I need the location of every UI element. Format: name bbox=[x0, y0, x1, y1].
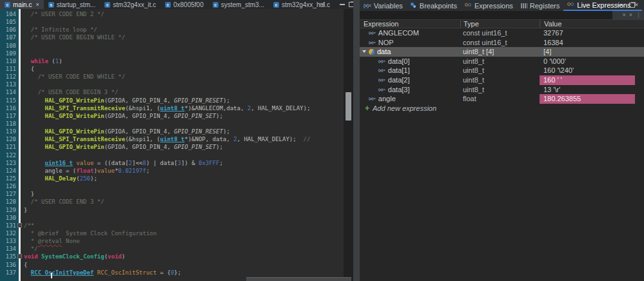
type-cell: const uint16_t bbox=[460, 38, 540, 48]
expression-name: NOP bbox=[378, 38, 394, 48]
panel-tab-expressions[interactable]: Expressions bbox=[461, 0, 517, 11]
fold-marker-icon[interactable]: – bbox=[17, 223, 22, 228]
editor-tab-stm32g4xx-it-c[interactable]: cstm32g4xx_it.c bbox=[100, 0, 161, 9]
code-line: 125 HAL_Delay(250); bbox=[0, 175, 344, 182]
line-number: 136 bbox=[0, 261, 16, 269]
expression-cell: (x)=angle bbox=[360, 94, 460, 104]
editor-tab-main-c[interactable]: cmain.c× bbox=[0, 0, 44, 9]
type-cell: uint8_t bbox=[460, 75, 540, 85]
minimize-icon[interactable] bbox=[618, 5, 623, 6]
value-cell: 160 '\240' bbox=[540, 66, 635, 75]
line-number: 118 bbox=[0, 120, 16, 128]
code-text: RCC_OscInitTypeDef RCC_OscInitStruct = {… bbox=[24, 269, 181, 276]
watch-expression-icon: (x)= bbox=[369, 38, 376, 48]
add-expression-row[interactable]: +Add new expression bbox=[360, 104, 644, 113]
live-expressions-panel: (x)=VariablesBreakpointsExpressionsRegis… bbox=[360, 0, 644, 281]
live-expressions-icon bbox=[567, 3, 574, 7]
expression-name: data[2] bbox=[388, 75, 410, 85]
code-line: 117 HAL_GPIO_WritePin(GPIOA, GPIO_PIN_4,… bbox=[0, 112, 344, 120]
table-header: Expression Type Value bbox=[360, 19, 644, 28]
editor-horizontal-scrollbar[interactable] bbox=[246, 277, 351, 281]
code-line: 120 HAL_SPI_TransmitReceive(&hspi1, (uin… bbox=[0, 135, 344, 143]
expression-cell: (x)=data[1] bbox=[360, 66, 460, 75]
text-caret bbox=[51, 273, 52, 278]
column-header-type[interactable]: Type bbox=[460, 20, 540, 28]
value-cell: 16384 bbox=[540, 38, 635, 48]
remove-expression-icon[interactable]: × bbox=[622, 11, 625, 19]
minimize-icon[interactable] bbox=[340, 4, 345, 5]
table-row[interactable]: (x)=data[0]uint8_t0 '\000' bbox=[360, 57, 644, 66]
tab-overflow-indicator[interactable]: »4 bbox=[318, 1, 325, 7]
editor-tab-0x8005f00[interactable]: c0x8005f00 bbox=[161, 0, 208, 9]
column-header-expression[interactable]: Expression bbox=[360, 20, 460, 28]
editor-vertical-scrollbar[interactable] bbox=[344, 9, 353, 281]
code-line: 122 bbox=[0, 151, 344, 159]
editor-tab-startup-stm-[interactable]: sstartup_stm... bbox=[44, 0, 101, 9]
table-row[interactable]: (x)=data[3]uint8_t13 '\r' bbox=[360, 85, 644, 95]
expression-name: angle bbox=[378, 94, 396, 104]
expression-name: data[3] bbox=[388, 85, 410, 95]
table-row[interactable]: (x)=NOPconst uint16_t16384 bbox=[360, 38, 644, 48]
code-text: void SystemClock_Config(void) bbox=[24, 253, 125, 260]
line-number: 119 bbox=[0, 128, 16, 135]
code-text: uint16_t value = ((data[2]<<8) | data[3]… bbox=[24, 159, 223, 167]
code-line: 135–void SystemClock_Config(void) bbox=[0, 253, 344, 260]
close-icon[interactable]: × bbox=[35, 1, 39, 8]
code-text: * @brief System Clock Configuration bbox=[24, 229, 157, 237]
editor-tab-system-stm3-[interactable]: csystem_stm3... bbox=[208, 0, 269, 9]
tab-label: system_stm3... bbox=[221, 1, 264, 8]
panel-tab-variables[interactable]: (x)=Variables bbox=[360, 0, 407, 11]
table-row[interactable]: datauint8_t [4][4] bbox=[360, 47, 644, 57]
code-text: } bbox=[24, 190, 34, 198]
code-line: 113 bbox=[0, 81, 344, 88]
code-text: HAL_GPIO_WritePin(GPIOA, GPIO_PIN_4, GPI… bbox=[24, 143, 223, 151]
remove-all-expressions-icon[interactable]: × bbox=[629, 11, 632, 19]
editor-tab-bar: cmain.c×sstartup_stm...cstm32g4xx_it.cc0… bbox=[0, 0, 353, 9]
code-area[interactable]: 104 /* USER CODE END 2 */105106 /* Infin… bbox=[0, 9, 344, 281]
maximize-icon[interactable] bbox=[629, 3, 635, 8]
variables-icon: (x)= bbox=[364, 3, 371, 8]
line-number: 133 bbox=[0, 237, 16, 245]
code-text: HAL_GPIO_WritePin(GPIOA, GPIO_PIN_4, GPI… bbox=[24, 97, 230, 104]
table-row[interactable]: (x)=data[1]uint8_t160 '\240' bbox=[360, 66, 644, 75]
panel-tab-breakpoints[interactable]: Breakpoints bbox=[407, 0, 461, 11]
chevron-down-icon[interactable] bbox=[362, 50, 366, 53]
line-number: 115 bbox=[0, 97, 16, 104]
add-icon: + bbox=[365, 104, 369, 113]
line-number: 117 bbox=[0, 112, 16, 120]
table-row[interactable]: (x)=ANGLECOMconst uint16_t32767 bbox=[360, 28, 644, 38]
code-text: HAL_GPIO_WritePin(GPIOA, GPIO_PIN_4, GPI… bbox=[24, 112, 223, 120]
fold-marker-icon[interactable]: – bbox=[17, 254, 22, 258]
type-cell: uint8_t bbox=[460, 66, 540, 75]
type-cell: uint8_t bbox=[460, 85, 540, 95]
code-line: 106 /* Infinite loop */ bbox=[0, 26, 344, 34]
column-header-value[interactable]: Value bbox=[540, 20, 644, 28]
line-number: 130 bbox=[0, 214, 16, 222]
code-line: 118 bbox=[0, 120, 344, 128]
scrollbar-thumb[interactable] bbox=[346, 92, 351, 121]
code-line: 104 /* USER CODE END 2 */ bbox=[0, 10, 344, 18]
code-line: 112 /* USER CODE END WHILE */ bbox=[0, 73, 344, 81]
pane-divider[interactable] bbox=[353, 0, 360, 281]
code-text: HAL_SPI_TransmitReceive(&hspi1, (uint8_t… bbox=[24, 104, 310, 112]
panel-tab-registers[interactable]: Registers bbox=[517, 0, 563, 11]
watch-expression-icon: (x)= bbox=[378, 57, 385, 66]
close-icon[interactable]: × bbox=[634, 1, 638, 8]
line-number: 137 bbox=[0, 269, 16, 276]
table-row[interactable]: (x)=anglefloat180.263855 bbox=[360, 94, 644, 104]
watch-expression-icon: (x)= bbox=[369, 28, 376, 38]
view-menu-icon[interactable]: ⋮ bbox=[636, 11, 641, 19]
line-number: 104 bbox=[0, 10, 16, 18]
code-line: 131–/** bbox=[0, 222, 344, 229]
code-line: 132 * @brief System Clock Configuration bbox=[0, 229, 344, 237]
ide-window: cmain.c×sstartup_stm...cstm32g4xx_it.cc0… bbox=[0, 0, 644, 281]
tab-label: main.c bbox=[13, 1, 32, 8]
value-cell: 13 '\r' bbox=[540, 85, 635, 95]
value-cell: 180.263855 bbox=[540, 94, 635, 104]
type-cell: const uint16_t bbox=[460, 28, 540, 38]
line-number: 125 bbox=[0, 175, 16, 182]
table-row[interactable]: (x)=data[2]uint8_t160 ' ' bbox=[360, 75, 644, 85]
code-line: 130 bbox=[0, 214, 344, 222]
code-line: 107 /* USER CODE BEGIN WHILE */ bbox=[0, 34, 344, 41]
watch-expression-icon: (x)= bbox=[378, 85, 385, 95]
